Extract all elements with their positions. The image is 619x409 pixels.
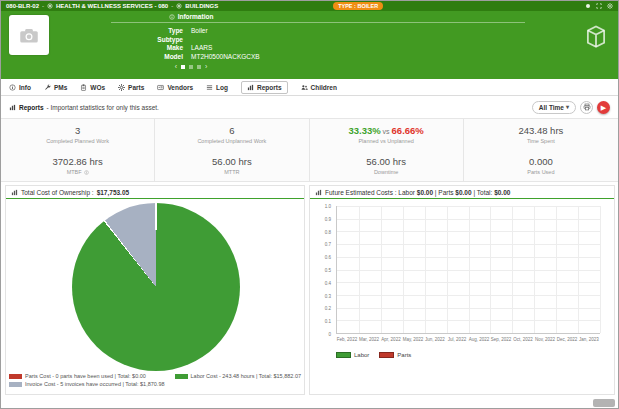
bar-legend-item[interactable]: Parts [379, 352, 411, 358]
time-filter-dropdown[interactable]: All Time ▾ [532, 101, 576, 114]
legend-text: Labor Cost - 243.48 hours | Total: $15,8… [191, 373, 302, 379]
breadcrumb-separator: - [171, 3, 173, 9]
stat-label: Downtime [374, 169, 398, 175]
stat-label: Completed Planned Work [46, 138, 109, 144]
x-tick-label: Apr, 2022 [381, 337, 400, 342]
legend-swatch [9, 374, 22, 379]
info-field-value: Boiler [191, 27, 208, 34]
time-filter-label: All Time [539, 104, 564, 111]
carousel-prev-icon[interactable]: ‹ [175, 63, 177, 70]
tab-info[interactable]: Info [9, 82, 31, 93]
carousel-dot[interactable] [189, 65, 193, 69]
tab-label: Children [311, 84, 337, 91]
info-field-label: Type [111, 27, 183, 34]
tab-parts[interactable]: Parts [118, 82, 144, 93]
bottom-right-handle[interactable] [593, 399, 615, 407]
people-icon [301, 84, 308, 91]
y-tick-label: 0.8 [325, 229, 331, 234]
tab-label: PMs [54, 84, 67, 91]
dot-icon[interactable] [585, 3, 591, 9]
stat-value: 3702.86 hrs [53, 156, 103, 167]
legend-text: Invoice Cost - 5 invoices have occurred … [25, 381, 165, 387]
breadcrumb-separator: - [42, 3, 44, 9]
gear-icon[interactable] [607, 3, 613, 9]
info-field-value: LAARS [191, 44, 212, 51]
pie-legend-item: Invoice Cost - 5 invoices have occurred … [9, 381, 165, 387]
carousel-dot[interactable] [181, 65, 185, 69]
reports-bar-title-group: Reports - Important statistics for only … [9, 104, 159, 111]
breadcrumb-item[interactable]: 080-BLR-02 [6, 3, 39, 9]
chart-icon [11, 189, 18, 196]
x-tick-label: Mar, 2022 [359, 337, 379, 342]
info-icon [169, 14, 175, 20]
run-report-button[interactable]: ▶ [597, 101, 610, 114]
info-field-row: Subtype [111, 36, 260, 43]
top-bar: 080-BLR-02-HEALTH & WELLNESS SERVICES - … [1, 1, 618, 11]
info-field-row: ModelMT2H0500NACKGCXB [111, 53, 260, 60]
total-cost-header: Total Cost of Ownership : $17,753.05 [6, 186, 304, 199]
stat-label: Completed Unplanned Work [197, 138, 266, 144]
total-cost-card: Total Cost of Ownership : $17,753.05 Par… [5, 185, 305, 395]
print-button[interactable] [580, 101, 593, 114]
legend-text: Parts Cost - 0 parts have been used | To… [25, 373, 146, 379]
stat-label: Time Spent [527, 138, 555, 144]
stat-mtbf: 3702.86 hrsMTBF [1, 150, 155, 181]
info-carousel: ‹ › [111, 63, 271, 70]
asset-photo-placeholder[interactable] [9, 15, 49, 55]
tab-wos[interactable]: WOs [80, 82, 105, 93]
bar-legend-item[interactable]: Labor [336, 352, 369, 358]
wrench-icon [44, 84, 51, 91]
tab-log[interactable]: Log [206, 82, 228, 93]
carousel-dot[interactable] [197, 65, 201, 69]
tab-label: Parts [128, 84, 144, 91]
circle-badge-icon [176, 3, 182, 9]
stat-value: 56.00 hrs [366, 156, 406, 167]
tab-reports[interactable]: Reports [241, 81, 288, 94]
carousel-next-icon[interactable]: › [205, 63, 207, 70]
chart-icon [315, 189, 322, 196]
future-costs-header: Future Estimated Costs : Labor $0.00 | P… [310, 186, 614, 199]
play-icon: ▶ [601, 104, 606, 111]
info-field-value: MT2H0500NACKGCXB [191, 53, 260, 60]
info-field-row: TypeBoiler [111, 27, 260, 34]
circle-badge-icon [47, 3, 53, 9]
vendor-card-icon [157, 84, 164, 91]
y-tick-label: 0.6 [325, 255, 331, 260]
breadcrumb: 080-BLR-02-HEALTH & WELLNESS SERVICES - … [6, 3, 218, 9]
stat-downtime: 56.00 hrsDowntime [310, 150, 464, 181]
info-icon [84, 170, 89, 175]
stat-value: 6 [229, 125, 234, 136]
y-tick-label: 0 [328, 332, 331, 337]
tab-vendors[interactable]: Vendors [157, 82, 193, 93]
stat-time-spent: 243.48 hrsTime Spent [464, 119, 618, 150]
info-panel-title: Information [111, 13, 271, 20]
y-tick-label: 0.1 [325, 319, 331, 324]
clipboard-icon [80, 84, 87, 91]
total-cost-title: Total Cost of Ownership : [21, 189, 94, 196]
y-tick-label: 0.9 [325, 217, 331, 222]
stat-mttr: 56.00 hrsMTTR [155, 150, 309, 181]
info-fields: TypeBoilerSubtypeMakeLAARSModelMT2H0500N… [111, 27, 260, 61]
legend-swatch [9, 382, 22, 387]
chevron-down-icon: ▾ [566, 104, 569, 110]
stat-value: 0.000 [529, 156, 553, 167]
info-field-row: MakeLAARS [111, 44, 260, 51]
asset-detail-page: 080-BLR-02-HEALTH & WELLNESS SERVICES - … [0, 0, 619, 409]
pie-chart[interactable] [72, 203, 240, 371]
info-icon [9, 84, 16, 91]
tab-pms[interactable]: PMs [44, 82, 67, 93]
list-icon [206, 84, 213, 91]
carousel-dots [181, 65, 201, 69]
bar-y-axis: 1.00.90.80.70.60.50.40.30.20.10 [310, 206, 334, 334]
breadcrumb-item[interactable]: HEALTH & WELLNESS SERVICES - 080 [56, 3, 168, 9]
tab-children[interactable]: Children [301, 82, 337, 93]
y-tick-label: 0.4 [325, 281, 331, 286]
stat-value: 33.33% vs 66.66% [348, 125, 423, 136]
expand-icon[interactable] [596, 3, 602, 9]
stats-grid: 3Completed Planned Work6Completed Unplan… [1, 118, 618, 182]
legend-swatch [175, 374, 188, 379]
breadcrumb-item[interactable]: BUILDINGS [185, 3, 218, 9]
y-tick-label: 0.3 [325, 293, 331, 298]
bar-x-axis: Feb, 2022Mar, 2022Apr, 2022May, 2022Jun,… [336, 337, 600, 345]
chart-icon [247, 84, 254, 91]
